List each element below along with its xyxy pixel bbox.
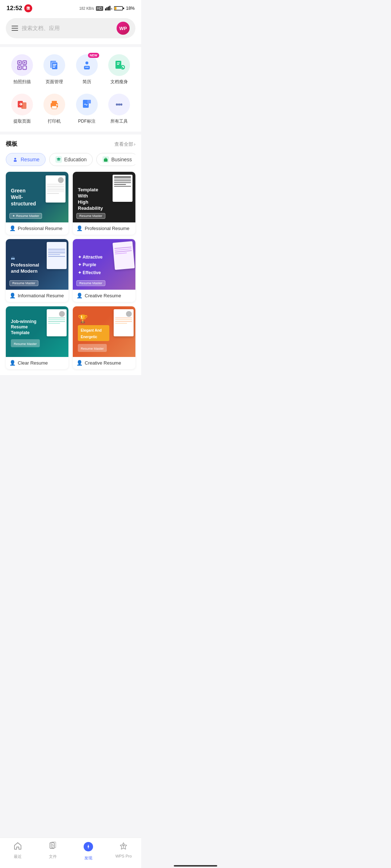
- template-name-5: Clear Resume: [18, 360, 48, 366]
- tool-print-label: 打印机: [48, 118, 61, 124]
- svg-point-37: [120, 103, 122, 106]
- template-card-5[interactable]: Job-winningResume Template Resume Master: [6, 306, 68, 369]
- user-icon-6: 👤: [76, 360, 83, 366]
- section-title: 模板: [6, 140, 17, 148]
- user-icon-4: 👤: [76, 293, 83, 298]
- template-name-4: Creative Resume: [85, 293, 121, 298]
- tool-print[interactable]: 打印机: [38, 94, 71, 124]
- svg-rect-7: [114, 7, 116, 10]
- view-all-button[interactable]: 查看全部 ›: [114, 141, 135, 148]
- svg-rect-0: [105, 8, 106, 10]
- hd-badge: HD: [96, 6, 103, 11]
- tab-resume[interactable]: Resume: [6, 153, 46, 166]
- user-icon-2: 👤: [76, 225, 83, 231]
- template-card-1[interactable]: GreenWell-structured ✦ Resume Maste: [6, 172, 68, 235]
- template-card-4[interactable]: ✦ Attractive✦ Purple✦ Effective Resume M…: [73, 239, 135, 302]
- svg-rect-28: [21, 102, 26, 109]
- template-name-1: Professional Resume: [18, 226, 63, 231]
- user-avatar[interactable]: WP: [117, 22, 130, 35]
- tool-slim[interactable]: 文档瘦身: [103, 54, 136, 85]
- status-bar: 12:52 微 182 KB/s HD 5G 18%: [0, 0, 141, 14]
- user-icon-5: 👤: [9, 360, 16, 366]
- tool-slim-label: 文档瘦身: [110, 79, 128, 85]
- template-name-2: Professional Resume: [85, 226, 130, 231]
- svg-point-38: [14, 158, 16, 160]
- svg-rect-14: [19, 67, 20, 68]
- svg-rect-3: [109, 6, 110, 10]
- template-name-3: Informational Resume: [18, 293, 64, 298]
- svg-rect-39: [14, 160, 17, 162]
- search-bar[interactable]: 搜索文档、应用 WP: [6, 18, 135, 38]
- svg-rect-2: [108, 7, 109, 10]
- tools-grid: 拍照扫描 页面管理 NEW: [6, 54, 135, 124]
- tool-page[interactable]: 页面管理: [38, 54, 71, 85]
- svg-text:5G: 5G: [111, 7, 112, 10]
- svg-rect-24: [117, 63, 120, 63]
- user-icon-1: 👤: [9, 225, 16, 231]
- svg-point-36: [118, 103, 120, 106]
- template-card-3[interactable]: 🕶 Professionaland Modern Resume Master: [6, 239, 68, 302]
- network-speed: 182 KB/s: [79, 7, 94, 10]
- template-card-2[interactable]: Template WithHigh Readability Resume Mas…: [73, 172, 135, 235]
- template-badge-4: Resume Master: [76, 280, 105, 286]
- template-section: 模板 查看全部 › Resume Education: [0, 135, 141, 375]
- status-icons: 182 KB/s HD 5G 18%: [79, 5, 135, 11]
- svg-rect-31: [52, 106, 57, 109]
- template-tabs: Resume Education Business Letter: [6, 153, 135, 166]
- tool-resume[interactable]: NEW 简历: [71, 54, 103, 85]
- template-badge-3: Resume Master: [9, 280, 38, 286]
- svg-point-20: [85, 61, 88, 64]
- tab-education[interactable]: Education: [49, 153, 93, 166]
- svg-rect-22: [85, 67, 89, 68]
- svg-rect-40: [104, 159, 108, 162]
- svg-rect-25: [117, 64, 119, 65]
- tool-resume-label: 简历: [83, 79, 91, 85]
- menu-icon[interactable]: [12, 26, 18, 31]
- svg-rect-18: [53, 65, 56, 66]
- svg-rect-17: [53, 64, 56, 65]
- new-badge: NEW: [88, 53, 99, 58]
- svg-rect-11: [23, 66, 26, 69]
- tool-extract-label: 提取页面: [13, 118, 31, 124]
- tool-scan[interactable]: 拍照扫描: [6, 54, 38, 85]
- svg-rect-19: [53, 67, 55, 68]
- svg-rect-30: [52, 101, 57, 104]
- tools-section: 拍照扫描 页面管理 NEW: [0, 47, 141, 132]
- svg-rect-34: [87, 100, 91, 103]
- tool-scan-label: 拍照扫描: [13, 79, 31, 85]
- tab-business[interactable]: Business: [96, 153, 135, 166]
- tool-alltools-label: 所有工具: [110, 118, 128, 124]
- tool-pdf-label: PDF标注: [78, 118, 96, 124]
- template-grid: GreenWell-structured ✦ Resume Maste: [6, 172, 135, 369]
- battery-icon: [114, 6, 124, 11]
- search-placeholder: 搜索文档、应用: [22, 25, 113, 32]
- search-section: 搜索文档、应用 WP: [0, 14, 141, 44]
- status-time: 12:52: [7, 5, 22, 12]
- tool-pdf[interactable]: PDF标注: [71, 94, 103, 124]
- svg-rect-1: [106, 7, 108, 10]
- template-badge-2: Resume Master: [76, 213, 105, 219]
- signal-badge: 5G: [105, 5, 112, 11]
- section-header: 模板 查看全部 ›: [6, 140, 135, 148]
- tool-alltools[interactable]: 所有工具: [103, 94, 136, 124]
- chevron-right-icon: ›: [134, 142, 135, 147]
- tool-extract[interactable]: 提取页面: [6, 94, 38, 124]
- svg-point-35: [116, 103, 118, 106]
- template-name-6: Creative Resume: [85, 360, 121, 366]
- tool-page-label: 页面管理: [46, 79, 63, 85]
- svg-point-32: [56, 104, 58, 106]
- svg-rect-13: [24, 62, 25, 63]
- svg-rect-12: [19, 62, 20, 63]
- weibo-icon: 微: [24, 4, 32, 12]
- template-card-6[interactable]: 🏆 Elegant And Energetic Resume Master: [73, 306, 135, 369]
- template-badge-1: ✦ Resume Master: [9, 213, 42, 219]
- user-icon-3: 👤: [9, 293, 16, 298]
- svg-rect-6: [123, 8, 124, 9]
- battery-percent: 18%: [126, 6, 135, 11]
